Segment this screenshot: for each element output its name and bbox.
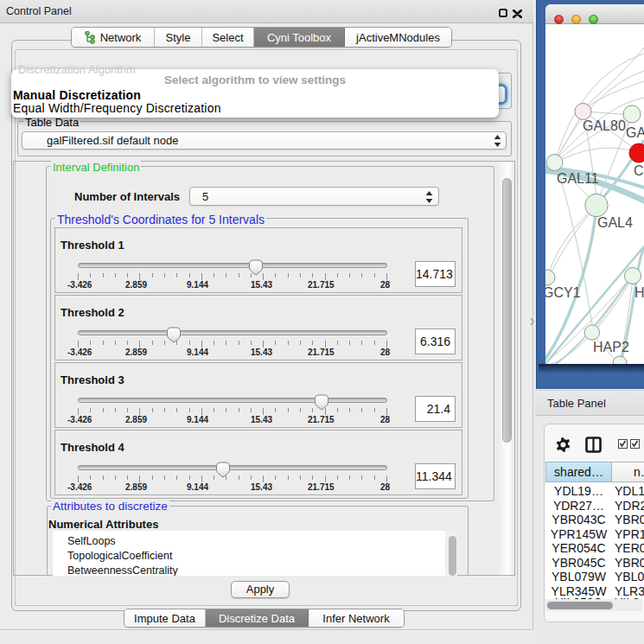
svg-text:GAL80: GAL80 [583, 118, 626, 133]
svg-text:H: H [634, 285, 644, 300]
svg-text:C: C [634, 163, 644, 178]
svg-text:HAP2: HAP2 [593, 340, 629, 354]
svg-text:GAL4: GAL4 [597, 215, 633, 230]
svg-text:GA: GA [626, 125, 644, 140]
svg-text:GAL11: GAL11 [557, 171, 599, 186]
svg-text:GCY1: GCY1 [545, 285, 581, 300]
